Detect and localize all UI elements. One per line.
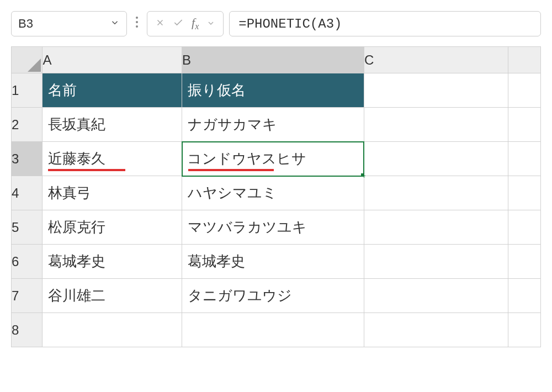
cell-b1[interactable]: 振り仮名 — [182, 73, 364, 108]
cell-d7[interactable] — [508, 279, 541, 313]
enter-icon[interactable] — [173, 17, 184, 31]
cell-a2[interactable]: 長坂真紀 — [43, 108, 182, 142]
row-header-7[interactable]: 7 — [12, 279, 43, 313]
formula-input[interactable]: =PHONETIC(A3) — [229, 11, 541, 36]
column-header-a[interactable]: A — [43, 47, 182, 73]
formula-bar: B3 fx =PHONETIC(A3) — [11, 11, 541, 36]
cell-a4[interactable]: 林真弓 — [43, 176, 182, 210]
row-header-3[interactable]: 3 — [12, 142, 43, 176]
spreadsheet-container: B3 fx =PHONETIC(A3) — [0, 0, 552, 392]
spreadsheet-grid: A B C 1 名前 振り仮名 2 長坂真紀 ナガサカマキ 3 近藤泰久 — [11, 46, 541, 347]
row-header-5[interactable]: 5 — [12, 210, 43, 245]
cell-c3[interactable] — [364, 142, 508, 176]
cell-c2[interactable] — [364, 108, 508, 142]
row-header-6[interactable]: 6 — [12, 245, 43, 279]
svg-point-2 — [136, 25, 138, 28]
fx-icon[interactable]: fx — [192, 15, 199, 31]
cell-b3[interactable]: コンドウヤスヒサ — [182, 142, 364, 176]
cell-d3[interactable] — [508, 142, 541, 176]
row-header-2[interactable]: 2 — [12, 108, 43, 142]
cancel-icon[interactable] — [155, 18, 165, 30]
cell-a8[interactable] — [43, 313, 182, 347]
cell-c8[interactable] — [364, 313, 508, 347]
red-underline-annotation — [48, 169, 125, 171]
vertical-dots-icon[interactable] — [132, 15, 141, 32]
cell-b5[interactable]: マツバラカツユキ — [182, 210, 364, 245]
cell-b6[interactable]: 葛城孝史 — [182, 245, 364, 279]
cell-c6[interactable] — [364, 245, 508, 279]
cell-a3[interactable]: 近藤泰久 — [43, 142, 182, 176]
cell-a5[interactable]: 松原克行 — [43, 210, 182, 245]
cell-d6[interactable] — [508, 245, 541, 279]
cell-b7[interactable]: タニガワユウジ — [182, 279, 364, 313]
cell-b2[interactable]: ナガサカマキ — [182, 108, 364, 142]
cell-d8[interactable] — [508, 313, 541, 347]
cell-c5[interactable] — [364, 210, 508, 245]
corner-triangle-icon — [28, 59, 41, 72]
cell-c4[interactable] — [364, 176, 508, 210]
cell-a3-text: 近藤泰久 — [48, 150, 105, 167]
cell-c7[interactable] — [364, 279, 508, 313]
cell-a1[interactable]: 名前 — [43, 73, 182, 108]
formula-controls: fx — [147, 11, 224, 36]
cell-d4[interactable] — [508, 176, 541, 210]
cell-a6[interactable]: 葛城孝史 — [43, 245, 182, 279]
chevron-down-icon[interactable] — [206, 18, 215, 30]
column-header-b[interactable]: B — [182, 47, 364, 73]
svg-point-1 — [136, 21, 138, 23]
cell-a7[interactable]: 谷川雄二 — [43, 279, 182, 313]
column-header-extra[interactable] — [508, 47, 541, 73]
cell-d5[interactable] — [508, 210, 541, 245]
row-header-8[interactable]: 8 — [12, 313, 43, 347]
select-all-corner[interactable] — [12, 47, 43, 73]
row-header-1[interactable]: 1 — [12, 73, 43, 108]
column-header-c[interactable]: C — [364, 47, 508, 73]
cell-b3-text: コンドウヤスヒサ — [187, 150, 306, 167]
row-header-4[interactable]: 4 — [12, 176, 43, 210]
cell-d1[interactable] — [508, 73, 541, 108]
name-box-value: B3 — [18, 17, 33, 31]
chevron-down-icon[interactable] — [110, 17, 120, 31]
cell-c1[interactable] — [364, 73, 508, 108]
svg-point-0 — [136, 17, 138, 19]
cell-d2[interactable] — [508, 108, 541, 142]
name-box[interactable]: B3 — [11, 11, 127, 36]
formula-text: =PHONETIC(A3) — [238, 17, 342, 31]
cell-b4[interactable]: ハヤシマユミ — [182, 176, 364, 210]
red-underline-annotation — [188, 169, 274, 171]
cell-b8[interactable] — [182, 313, 364, 347]
